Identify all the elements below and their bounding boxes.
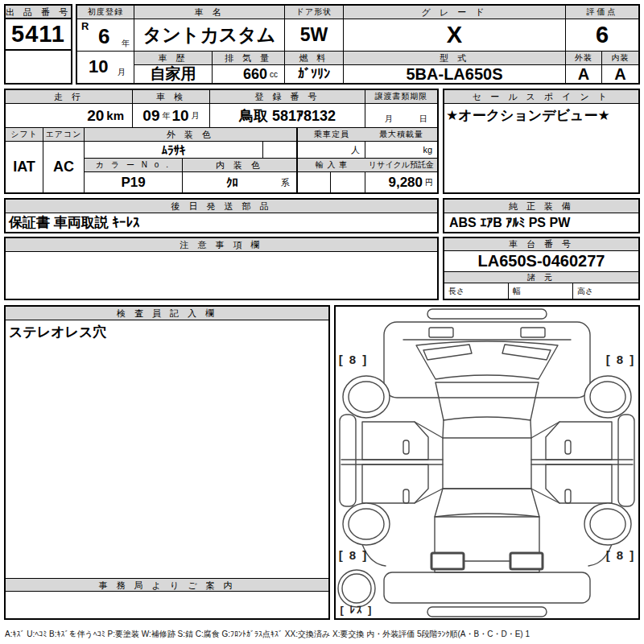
import-label: 輸 入 車 — [296, 159, 365, 172]
door-value: 5W — [285, 19, 344, 52]
later-parts-panel: 後 日 発 送 部 品 保証書 車両取説 ｷｰﾚｽ — [4, 198, 439, 233]
office-label: 事 務 局 よ り ご 案 内 — [6, 578, 328, 592]
grade-value: X — [344, 19, 566, 52]
inspection-cell: 09 年 10 月 — [133, 104, 210, 128]
vehicle-header-block: 初度登録 R 6 年 10 月 車 名 タントカスタム 車 歴 自家用 排 気 … — [76, 4, 640, 85]
spare-tire-label: [ ﾚｽ ] — [336, 604, 378, 616]
displacement-label: 排 気 量 — [213, 52, 285, 65]
car-diagram-panel: [ 8 ] [ 8 ] [ 8 ] [ 8 ] [ ﾚｽ ] — [334, 305, 640, 620]
int-color-value: ｸﾛ — [226, 175, 238, 189]
auction-no-box: 出 品 番 号 5411 — [4, 4, 72, 85]
displacement-unit: cc — [270, 70, 278, 79]
shift-label: シフト — [6, 128, 43, 142]
car-name-label: 車 名 — [134, 6, 285, 19]
history-value: 自家用 — [134, 65, 213, 83]
reg-no-label: 登 録 番 号 — [210, 90, 365, 104]
chassis-label: 車 台 番 号 — [444, 238, 638, 251]
import-cell-2 — [331, 172, 365, 192]
first-reg-year-cell: R 6 年 — [77, 19, 134, 52]
tire-depth-front-right: [ 8 ] — [603, 353, 638, 366]
inspector-panel: 検 査 員 記 入 欄 ステレオレス穴 事 務 局 よ り ご 案 内 — [4, 305, 330, 620]
exterior-label: 外装 — [566, 52, 602, 65]
width-label: 幅 — [509, 283, 573, 299]
sales-point-label: セ ー ル ス ポ イ ン ト — [444, 90, 638, 104]
sales-point-panel: セ ー ル ス ポ イ ン ト ★オークションデビュー★ — [443, 89, 640, 194]
notes-panel: 注 意 事 項 欄 — [4, 237, 439, 300]
capacity-label: 乗車定員 — [296, 128, 365, 142]
recycle-label: リサイクル預託金 — [365, 159, 437, 172]
auction-no-label: 出 品 番 号 — [6, 6, 71, 19]
ext-color-empty-cell — [263, 142, 296, 159]
transfer-day-unit: 日 — [419, 114, 427, 125]
displacement-cell: 660 cc — [213, 65, 285, 83]
spec-label: 諸 元 — [444, 272, 638, 283]
fuel-label: 燃 料 — [285, 52, 344, 65]
fuel-value: ｶﾞｿﾘﾝ — [285, 65, 344, 83]
exterior-value: A — [566, 65, 602, 83]
color-no-value: P19 — [85, 172, 183, 192]
mileage-label: 走 行 — [6, 90, 133, 104]
first-reg-month-unit: 月 — [118, 67, 126, 78]
notes-label: 注 意 事 項 欄 — [6, 238, 437, 252]
model-value: 5BA-LA650S — [344, 65, 566, 83]
capacity-unit: 人 — [296, 142, 365, 159]
reg-no-value: 鳥取 581ｱ8132 — [210, 104, 365, 128]
length-label: 長さ — [444, 283, 509, 299]
mileage-value: 20 — [87, 107, 104, 125]
first-reg-month: 10 — [89, 56, 108, 77]
office-note — [6, 592, 328, 618]
auction-sheet: 出 品 番 号 5411 初度登録 R 6 年 10 月 車 名 タントカスタム… — [0, 0, 644, 644]
recycle-unit: 円 — [425, 177, 433, 188]
score-label: 評価点 — [566, 6, 638, 19]
tire-depth-rear-left: [ 8 ] — [336, 548, 371, 562]
chassis-panel: 車 台 番 号 LA650S-0460277 諸 元 長さ 幅 高さ — [443, 237, 640, 300]
mileage-unit: km — [106, 109, 124, 122]
import-cell-1 — [296, 172, 331, 192]
tire-depth-front-left: [ 8 ] — [336, 353, 371, 366]
int-color-suffix: 系 — [281, 177, 290, 189]
height-label: 高さ — [573, 283, 638, 299]
ext-color-label: 外 装 色 — [85, 128, 296, 142]
car-top-view-diagram — [336, 307, 638, 618]
auction-no-empty-cell — [6, 52, 71, 83]
tire-depth-rear-right: [ 8 ] — [603, 548, 638, 562]
oem-equip-label: 純 正 装 備 — [444, 200, 638, 213]
first-reg-year-unit: 年 — [122, 38, 130, 49]
chassis-no-value: LA650S-0460277 — [444, 251, 638, 272]
door-label: ドア形状 — [285, 6, 344, 19]
oem-equip-text: ABS ｴｱB ｱﾙﾐ PS PW — [444, 213, 638, 232]
first-reg-label: 初度登録 — [77, 6, 134, 19]
shift-value: IAT — [6, 142, 43, 192]
inspection-year-unit: 年 — [163, 110, 171, 122]
model-label: 型 式 — [344, 52, 566, 65]
aircon-value: AC — [43, 142, 85, 192]
later-parts-text: 保証書 車両取説 ｷｰﾚｽ — [6, 213, 437, 232]
score-value: 6 — [566, 19, 638, 52]
history-label: 車 歴 — [134, 52, 213, 65]
mileage-cell: 20 km — [6, 104, 133, 128]
max-load-unit: kg — [365, 142, 437, 159]
aircon-label: エアコン — [43, 128, 85, 142]
transfer-cell: 月 日 — [365, 104, 437, 128]
interior-value: A — [602, 65, 638, 83]
inspection-label: 車 検 — [133, 90, 210, 104]
grade-label: グ レ ー ド — [344, 6, 566, 19]
transfer-label: 譲渡書類期限 — [365, 90, 437, 104]
int-color-label: 内 装 色 — [183, 159, 296, 172]
inspection-year: 09 — [142, 107, 159, 125]
interior-label: 内装 — [602, 52, 638, 65]
first-reg-month-cell: 10 月 — [77, 52, 134, 83]
inspection-month: 10 — [172, 107, 189, 125]
color-no-label: カ ラ ー N o . — [85, 159, 183, 172]
first-reg-era: R — [81, 20, 89, 32]
auction-no-value: 5411 — [6, 19, 71, 51]
inspector-label: 検 査 員 記 入 欄 — [6, 307, 328, 320]
displacement-value: 660 — [243, 66, 267, 83]
transfer-month-unit: 月 — [385, 114, 393, 125]
recycle-value: 9,280 — [388, 175, 423, 191]
car-name-value: タントカスタム — [134, 19, 285, 52]
mileage-color-block: 走 行 20 km 車 検 09 年 10 月 登 録 番 号 鳥取 581ｱ8… — [4, 89, 439, 194]
recycle-cell: 9,280 円 — [365, 172, 437, 192]
oem-equip-panel: 純 正 装 備 ABS ｴｱB ｱﾙﾐ PS PW — [443, 198, 640, 233]
inspector-note: ステレオレス穴 — [6, 320, 328, 578]
